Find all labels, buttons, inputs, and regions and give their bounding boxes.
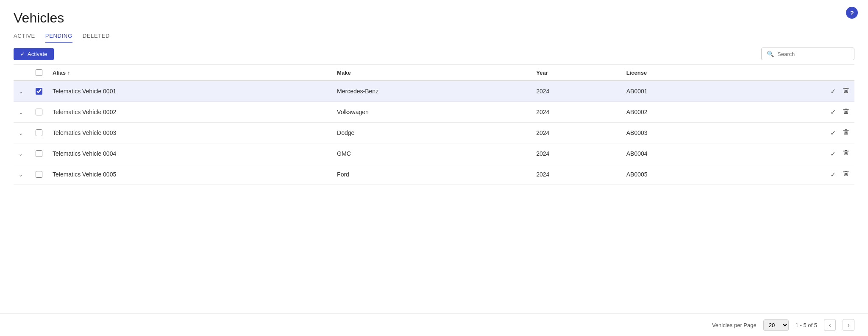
license-cell-1: AB0001 [621, 81, 742, 102]
actions-cell-5: ✓ [742, 164, 854, 185]
delete-row-button-3[interactable] [843, 129, 849, 137]
activate-row-button-1[interactable]: ✓ [830, 87, 836, 95]
table-row: ⌄ Telematics Vehicle 0001 Mercedes-Benz … [14, 81, 854, 102]
checkbox-cell-2[interactable] [31, 102, 47, 123]
expand-cell-2[interactable]: ⌄ [14, 102, 31, 123]
page-title: Vehicles [14, 10, 854, 26]
make-cell-2: Volkswagen [332, 102, 531, 123]
alias-cell-1: Telematics Vehicle 0001 [47, 81, 332, 102]
expand-chevron-5[interactable]: ⌄ [19, 172, 23, 178]
col-alias[interactable]: Alias ↑ [47, 65, 332, 81]
tabs-container: ACTIVE PENDING DELETED [14, 29, 854, 43]
expand-chevron-3[interactable]: ⌄ [19, 130, 23, 136]
activate-row-button-3[interactable]: ✓ [830, 129, 836, 137]
year-cell-3: 2024 [531, 123, 621, 143]
page-container: ? Vehicles ACTIVE PENDING DELETED ✓ Acti… [0, 0, 868, 336]
checkmark-icon: ✓ [20, 51, 25, 57]
row-checkbox-5[interactable] [36, 171, 42, 178]
help-button[interactable]: ? [846, 7, 858, 19]
toolbar: ✓ Activate 🔍 [14, 43, 854, 65]
alias-cell-5: Telematics Vehicle 0005 [47, 164, 332, 185]
table-row: ⌄ Telematics Vehicle 0005 Ford 2024 AB00… [14, 164, 854, 185]
checkbox-cell-5[interactable] [31, 164, 47, 185]
license-cell-3: AB0003 [621, 123, 742, 143]
activate-row-button-2[interactable]: ✓ [830, 108, 836, 116]
activate-label: Activate [28, 51, 47, 57]
year-cell-1: 2024 [531, 81, 621, 102]
row-checkbox-4[interactable] [36, 150, 42, 157]
actions-cell-2: ✓ [742, 102, 854, 123]
delete-row-button-4[interactable] [843, 149, 849, 158]
per-page-label: Vehicles per Page [712, 322, 757, 328]
search-input[interactable] [777, 51, 849, 57]
expand-cell-4[interactable]: ⌄ [14, 143, 31, 164]
make-cell-1: Mercedes-Benz [332, 81, 531, 102]
alias-cell-2: Telematics Vehicle 0002 [47, 102, 332, 123]
per-page-select[interactable]: 20 10 50 100 [763, 319, 789, 331]
checkbox-cell-4[interactable] [31, 143, 47, 164]
row-checkbox-1[interactable] [36, 88, 42, 95]
vehicles-table: Alias ↑ Make Year License [14, 65, 854, 185]
checkbox-cell-3[interactable] [31, 123, 47, 143]
expand-cell-1[interactable]: ⌄ [14, 81, 31, 102]
row-checkbox-3[interactable] [36, 129, 42, 136]
col-license[interactable]: License [621, 65, 742, 81]
alias-cell-4: Telematics Vehicle 0004 [47, 143, 332, 164]
select-all-checkbox[interactable] [36, 69, 42, 76]
expand-chevron-2[interactable]: ⌄ [19, 109, 23, 115]
license-cell-2: AB0002 [621, 102, 742, 123]
table-body: ⌄ Telematics Vehicle 0001 Mercedes-Benz … [14, 81, 854, 185]
year-cell-4: 2024 [531, 143, 621, 164]
tab-active[interactable]: ACTIVE [14, 29, 35, 43]
actions-cell-3: ✓ [742, 123, 854, 143]
row-checkbox-2[interactable] [36, 109, 42, 115]
make-cell-5: Ford [332, 164, 531, 185]
expand-cell-5[interactable]: ⌄ [14, 164, 31, 185]
table-header: Alias ↑ Make Year License [14, 65, 854, 81]
year-cell-2: 2024 [531, 102, 621, 123]
help-label: ? [850, 9, 854, 17]
delete-row-button-1[interactable] [843, 87, 849, 95]
col-checkbox [31, 65, 47, 81]
license-cell-5: AB0005 [621, 164, 742, 185]
vehicles-table-container: Alias ↑ Make Year License [14, 65, 854, 185]
expand-chevron-4[interactable]: ⌄ [19, 151, 23, 157]
col-make[interactable]: Make [332, 65, 531, 81]
table-row: ⌄ Telematics Vehicle 0003 Dodge 2024 AB0… [14, 123, 854, 143]
delete-row-button-2[interactable] [843, 108, 849, 116]
footer: Vehicles per Page 20 10 50 100 1 - 5 of … [0, 314, 868, 336]
make-cell-3: Dodge [332, 123, 531, 143]
pagination-info: 1 - 5 of 5 [796, 322, 817, 328]
prev-page-button[interactable]: ‹ [824, 319, 836, 331]
search-icon: 🔍 [767, 50, 774, 57]
make-cell-4: GMC [332, 143, 531, 164]
alias-cell-3: Telematics Vehicle 0003 [47, 123, 332, 143]
tab-deleted[interactable]: DELETED [83, 29, 110, 43]
activate-row-button-5[interactable]: ✓ [830, 171, 836, 179]
next-page-button[interactable]: › [843, 319, 854, 331]
tab-pending[interactable]: PENDING [45, 29, 72, 43]
actions-cell-1: ✓ [742, 81, 854, 102]
activate-button[interactable]: ✓ Activate [14, 48, 54, 60]
table-row: ⌄ Telematics Vehicle 0002 Volkswagen 202… [14, 102, 854, 123]
activate-row-button-4[interactable]: ✓ [830, 150, 836, 158]
col-expand [14, 65, 31, 81]
delete-row-button-5[interactable] [843, 170, 849, 179]
year-cell-5: 2024 [531, 164, 621, 185]
expand-cell-3[interactable]: ⌄ [14, 123, 31, 143]
license-cell-4: AB0004 [621, 143, 742, 164]
search-container: 🔍 [761, 48, 854, 60]
col-actions [742, 65, 854, 81]
expand-chevron-1[interactable]: ⌄ [19, 89, 23, 95]
table-row: ⌄ Telematics Vehicle 0004 GMC 2024 AB000… [14, 143, 854, 164]
col-year[interactable]: Year [531, 65, 621, 81]
actions-cell-4: ✓ [742, 143, 854, 164]
checkbox-cell-1[interactable] [31, 81, 47, 102]
